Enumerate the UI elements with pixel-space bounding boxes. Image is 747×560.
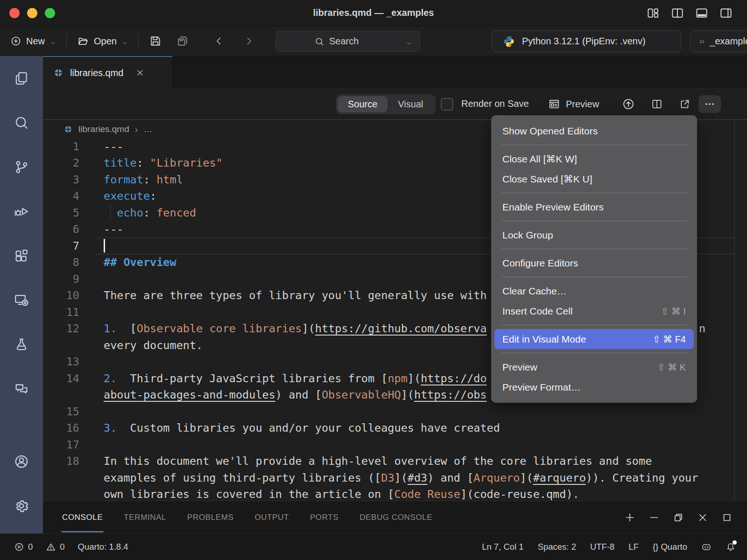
panel-tab-problems[interactable]: PROBLEMS <box>187 501 233 533</box>
line-number: 2 <box>43 156 79 169</box>
sidebar-search-icon[interactable] <box>0 100 43 145</box>
status-lf[interactable]: LF <box>628 542 639 552</box>
code-line-16[interactable]: 163. Custom libraries you and/or your co… <box>43 420 734 437</box>
panel-tab-console[interactable]: CONSOLE <box>62 501 103 533</box>
indent-guide <box>110 204 111 221</box>
menu-item-label: Lock Group <box>502 230 553 241</box>
toolbar-separator <box>138 34 139 48</box>
save-icon[interactable] <box>149 35 162 48</box>
panel-tab-terminal[interactable]: TERMINAL <box>124 501 166 533</box>
more-actions-button[interactable] <box>698 95 721 113</box>
menu-item-shortcut: ⇧ ⌘ I <box>661 306 686 317</box>
tab-libraries-qmd[interactable]: libraries.qmd <box>43 56 173 89</box>
sidebar-testing-icon[interactable] <box>0 322 43 366</box>
menu-item-insert-code-cell[interactable]: Insert Code Cell⇧ ⌘ I <box>491 301 697 321</box>
status-bell-icon[interactable] <box>726 542 736 552</box>
code-text: execute: <box>104 189 156 203</box>
toggle-secondary-sidebar-icon[interactable] <box>719 6 733 20</box>
line-number: 13 <box>43 355 79 368</box>
toggle-panel-icon[interactable] <box>695 6 709 20</box>
new-icon <box>10 35 21 47</box>
status-error-icon[interactable]: 0 <box>14 542 33 552</box>
code-text-fragment: n <box>699 322 705 335</box>
menu-item-label: Show Opened Editors <box>502 126 598 137</box>
sidebar-remote-icon[interactable] <box>0 278 43 322</box>
workspace-button[interactable]: _examples <box>690 30 747 52</box>
menu-item-configure-editors[interactable]: Configure Editors <box>491 253 697 273</box>
save-all-icon[interactable] <box>176 35 189 48</box>
code-line-wrap[interactable]: own libraries is covered in the article … <box>43 486 734 503</box>
menu-item-clear-cache[interactable]: Clear Cache… <box>491 281 697 301</box>
status-quarto-1-8-4[interactable]: Quarto: 1.8.4 <box>78 542 128 552</box>
line-number: 6 <box>43 223 79 236</box>
sidebar-comments-icon[interactable] <box>0 366 43 411</box>
close-icon[interactable] <box>697 511 709 524</box>
status-ln-7-col-1[interactable]: Ln 7, Col 1 <box>482 542 523 552</box>
editor-scrollbar-edge[interactable] <box>734 120 735 501</box>
status-text: 0 <box>60 542 64 552</box>
navigate-back-icon[interactable] <box>213 35 225 47</box>
navigate-forward-icon[interactable] <box>243 35 254 47</box>
split-editor-layout-icon[interactable] <box>670 6 684 20</box>
menu-item-show-opened-editors[interactable]: Show Opened Editors <box>491 121 697 141</box>
status-warning-icon[interactable]: 0 <box>46 542 64 552</box>
line-number: 11 <box>43 306 79 319</box>
menu-item-close-all-k-w[interactable]: Close All [⌘K W] <box>491 149 697 169</box>
search-input[interactable]: Search <box>275 31 420 52</box>
split-editor-icon[interactable] <box>651 98 663 110</box>
breadcrumb-more[interactable]: … <box>143 124 152 134</box>
close-tab-icon[interactable] <box>135 68 145 77</box>
breadcrumb-file[interactable]: libraries.qmd <box>78 124 129 134</box>
customize-layout-icon[interactable] <box>646 6 660 20</box>
new-label: New <box>26 36 45 47</box>
panel-tab-output[interactable]: OUTPUT <box>254 501 289 533</box>
new-button[interactable]: New <box>10 35 56 47</box>
status-copilot-icon[interactable] <box>701 542 712 552</box>
plus-icon[interactable] <box>624 511 636 524</box>
editor-context-menu: Show Opened EditorsClose All [⌘K W]Close… <box>491 115 697 403</box>
render-document-icon[interactable] <box>622 98 635 111</box>
menu-item-enable-preview-editors[interactable]: Enable Preview Editors <box>491 197 697 217</box>
status-quarto[interactable]: {} Quarto <box>653 542 687 552</box>
source-mode-button[interactable]: Source <box>338 96 388 112</box>
code-line-17[interactable]: 17 <box>43 436 734 453</box>
render-on-save-checkbox[interactable] <box>441 98 453 111</box>
files-icon <box>14 70 29 86</box>
python-logo-icon <box>502 35 515 48</box>
menu-item-preview-format[interactable]: Preview Format… <box>491 377 697 397</box>
code-line-18[interactable]: 18In this document we'll provide a high-… <box>43 453 734 470</box>
sidebar-files-icon[interactable] <box>0 56 43 100</box>
status-bar: 00Quarto: 1.8.4 Ln 7, Col 1Spaces: 2UTF-… <box>0 533 747 560</box>
visual-mode-button[interactable]: Visual <box>388 96 433 112</box>
sidebar-settings-icon[interactable] <box>0 483 43 528</box>
testing-icon <box>14 336 29 352</box>
minimize-window-button[interactable] <box>27 8 37 18</box>
menu-item-label: Preview <box>502 362 537 373</box>
menu-item-edit-in-visual-mode[interactable]: Edit in Visual Mode⇧ ⌘ F4 <box>494 329 694 349</box>
status-spaces-2[interactable]: Spaces: 2 <box>538 542 576 552</box>
open-button[interactable]: Open <box>77 35 128 47</box>
code-line-wrap[interactable]: examples of using third-party libraries … <box>43 469 734 486</box>
sidebar-debug-icon[interactable] <box>0 189 43 233</box>
panel-tab-debug-console[interactable]: DEBUG CONSOLE <box>359 501 432 533</box>
code-line-15[interactable]: 15 <box>43 403 734 420</box>
panel-tab-ports[interactable]: PORTS <box>310 501 338 533</box>
status-utf-8[interactable]: UTF-8 <box>590 542 614 552</box>
menu-item-close-saved-k-u[interactable]: Close Saved [⌘K U] <box>491 169 697 189</box>
open-in-new-window-icon[interactable] <box>679 98 691 110</box>
zoom-window-button[interactable] <box>45 8 55 18</box>
minus-icon[interactable] <box>648 511 660 524</box>
sidebar-account-icon[interactable] <box>0 439 43 483</box>
sidebar-source-control-icon[interactable] <box>0 145 43 189</box>
code-text: title: "Libraries" <box>104 156 223 169</box>
menu-item-preview[interactable]: Preview⇧ ⌘ K <box>491 357 697 377</box>
preview-button[interactable]: Preview <box>548 98 599 110</box>
menu-item-lock-group[interactable]: Lock Group <box>491 225 697 245</box>
restore-icon[interactable] <box>672 511 684 524</box>
menu-item-label: Preview Format… <box>502 382 581 393</box>
interpreter-selector-button[interactable]: Python 3.12.1 (PipEnv: .venv) <box>492 30 681 52</box>
sidebar-extensions-icon[interactable] <box>0 233 43 278</box>
chevron-down-icon <box>121 38 128 44</box>
close-window-button[interactable] <box>9 8 20 18</box>
maximize-icon[interactable] <box>721 511 733 524</box>
